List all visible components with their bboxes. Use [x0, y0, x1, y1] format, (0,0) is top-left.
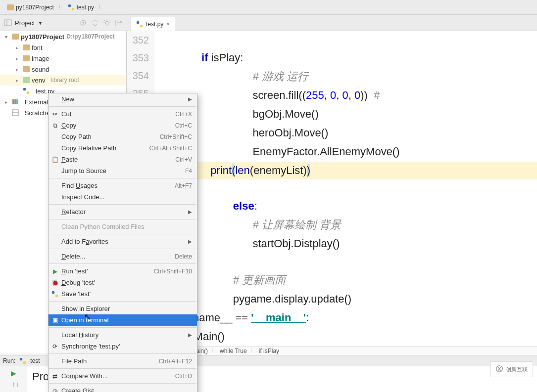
breadcrumb-separator: 〉: [58, 3, 64, 11]
run-config-name[interactable]: test: [30, 357, 40, 364]
breadcrumb-separator: 〉: [98, 3, 104, 11]
chevron-right-icon[interactable]: ▸: [13, 56, 21, 61]
menu-label: Create Gist...: [61, 387, 99, 392]
svg-rect-19: [55, 294, 58, 297]
project-dropdown-icon[interactable]: ▼: [38, 20, 43, 26]
chevron-right-icon[interactable]: ▸: [2, 99, 10, 105]
library-icon: [12, 98, 19, 105]
menu-label: File Path: [61, 357, 87, 365]
menu-new[interactable]: New▶: [49, 93, 197, 105]
paste-icon: 📋: [51, 156, 59, 164]
tree-root[interactable]: ▾ py1807Project D:\py1807Project: [0, 31, 126, 42]
code-text: :: [254, 200, 257, 212]
step-down-icon[interactable]: ↓: [16, 380, 19, 388]
project-label[interactable]: Project: [15, 19, 35, 27]
code-builtin: print: [210, 164, 232, 176]
folder-icon: [23, 66, 30, 72]
tree-item-venv[interactable]: ▸venv library root: [0, 75, 126, 86]
run-icon[interactable]: ▶: [11, 369, 16, 377]
menu-delete[interactable]: Delete...Delete: [49, 251, 197, 262]
menu-label: Inspect Code...: [61, 193, 104, 201]
menu-run[interactable]: ▶Run 'test'Ctrl+Shift+F10: [49, 265, 197, 277]
folder-icon: [23, 77, 30, 83]
run-tools: ▶ ↑ ↓: [0, 366, 27, 392]
menu-shortcut: Alt+F7: [175, 182, 192, 189]
menu-label: New: [61, 95, 74, 103]
menu-shortcut: Ctrl+Shift+F10: [154, 268, 192, 275]
menu-compare[interactable]: ⇄Compare With...Ctrl+D: [49, 370, 197, 382]
structure-item[interactable]: if isPlay: [259, 348, 279, 354]
structure-item[interactable]: while True: [220, 348, 247, 354]
menu-local-history[interactable]: Local History▶: [49, 329, 197, 341]
tree-item-label: font: [32, 44, 43, 51]
code-text: Main(): [194, 330, 225, 343]
collapse-icon[interactable]: [91, 19, 99, 27]
project-view-icon[interactable]: [4, 19, 12, 27]
svg-rect-18: [52, 291, 54, 293]
menu-separator: [49, 368, 196, 369]
svg-rect-8: [140, 24, 143, 27]
menu-gist[interactable]: ◷Create Gist...: [49, 385, 197, 392]
menu-label: Copy: [61, 122, 76, 129]
editor-tab-test[interactable]: test.py ×: [131, 17, 175, 31]
hide-icon[interactable]: [115, 19, 123, 27]
menu-separator: [49, 383, 196, 384]
folder-icon: [12, 34, 19, 40]
menu-copy-path[interactable]: Copy PathCtrl+Shift+C: [49, 131, 197, 142]
breadcrumb-project[interactable]: py1807Project: [4, 3, 57, 12]
menu-jump[interactable]: Jump to SourceF4: [49, 165, 197, 176]
menu-label: Paste: [61, 156, 78, 163]
svg-rect-2: [4, 20, 11, 26]
menu-separator: [49, 263, 196, 264]
menu-separator: [49, 249, 196, 249]
menu-inspect[interactable]: Inspect Code...: [49, 191, 197, 203]
chevron-right-icon[interactable]: ▸: [13, 67, 21, 72]
tree-item-image[interactable]: ▸image: [0, 53, 126, 64]
menu-favorites[interactable]: Add to Favorites▶: [49, 236, 197, 247]
chevron-right-icon[interactable]: ▸: [13, 45, 21, 50]
chevron-right-icon[interactable]: ▸: [13, 78, 21, 83]
code-area[interactable]: if isPlay: # 游戏 运行 screen.fill((255, 0, …: [154, 31, 537, 346]
menu-file-path[interactable]: File PathCtrl+Alt+F12: [49, 355, 197, 367]
menu-save[interactable]: Save 'test': [49, 288, 197, 300]
code-comment: # 游戏 运行: [252, 70, 308, 83]
menu-copy-relative[interactable]: Copy Relative PathCtrl+Alt+Shift+C: [49, 142, 197, 154]
menu-find-usages[interactable]: Find UsagesAlt+F7: [49, 180, 197, 191]
svg-rect-11: [12, 99, 14, 104]
svg-rect-16: [20, 357, 22, 360]
step-up-icon[interactable]: ↑: [12, 380, 15, 388]
svg-rect-7: [137, 21, 139, 23]
svg-rect-1: [72, 7, 74, 10]
structure-item[interactable]: ain(): [196, 348, 208, 354]
tree-item-label: sound: [32, 66, 49, 73]
menu-cut[interactable]: ✂CutCtrl+X: [49, 108, 197, 120]
python-icon: [51, 290, 59, 298]
tree-item-font[interactable]: ▸font: [0, 42, 126, 53]
menu-paste[interactable]: 📋PasteCtrl+V: [49, 154, 197, 165]
menu-sync[interactable]: ⟳Synchronize 'test.py': [49, 341, 197, 352]
folder-icon: [23, 44, 30, 50]
menu-separator: [49, 178, 196, 178]
project-toolbar: Project ▼: [0, 15, 127, 31]
tree-item-tag: library root: [51, 77, 79, 84]
chevron-down-icon[interactable]: ▾: [2, 34, 10, 40]
locate-icon[interactable]: [79, 19, 87, 27]
menu-show-explorer[interactable]: Show in Explorer: [49, 303, 197, 314]
tree-item-label: image: [32, 55, 49, 62]
breadcrumb-file[interactable]: test.py: [65, 3, 97, 12]
svg-rect-13: [16, 99, 18, 104]
menu-refactor[interactable]: Refactor▶: [49, 206, 197, 218]
code-keyword: else: [233, 200, 254, 212]
menu-debug[interactable]: 🐞Debug 'test': [49, 277, 197, 288]
close-icon[interactable]: ×: [166, 21, 170, 28]
gear-icon[interactable]: [103, 19, 111, 27]
menu-separator: [49, 106, 196, 107]
menu-copy[interactable]: ⧉CopyCtrl+C: [49, 120, 197, 131]
editor-tab-label: test.py: [146, 21, 163, 28]
sync-icon: ⟳: [51, 343, 59, 350]
tree-item-sound[interactable]: ▸sound: [0, 64, 126, 75]
menu-label: Debug 'test': [61, 279, 95, 286]
menu-open-terminal[interactable]: ▣Open in terminal: [49, 314, 197, 326]
submenu-arrow-icon: ▶: [188, 332, 192, 338]
code-text: heroObj.Move(): [252, 127, 328, 139]
